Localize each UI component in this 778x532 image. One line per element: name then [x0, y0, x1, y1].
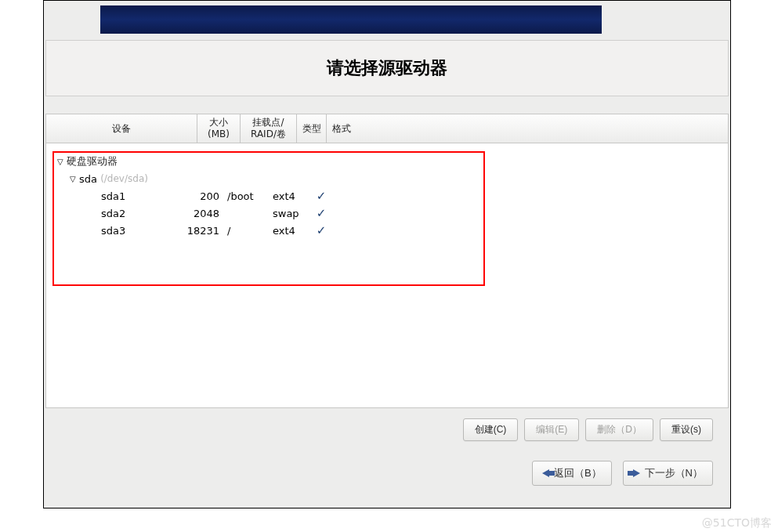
- tree-root-row[interactable]: ▽ 硬盘驱动器: [57, 153, 717, 170]
- arrow-right-icon: [633, 469, 640, 477]
- partition-type: ext4: [273, 190, 312, 202]
- checkmark-icon: ✓: [312, 206, 331, 220]
- table-row[interactable]: sda2 2048 swap ✓: [57, 204, 717, 222]
- triangle-down-icon[interactable]: ▽: [70, 175, 79, 183]
- next-label: 下一步（N）: [645, 466, 703, 480]
- partition-type: ext4: [273, 225, 312, 237]
- partition-size: 18231: [179, 225, 224, 237]
- col-type[interactable]: 类型: [297, 114, 327, 143]
- watermark: @51CTO博客: [702, 516, 772, 530]
- col-size[interactable]: 大小 (MB): [197, 114, 241, 143]
- col-mount[interactable]: 挂载点/ RAID/卷: [241, 114, 297, 143]
- edit-button: 编辑(E): [524, 418, 579, 441]
- back-button[interactable]: 返回（B）: [532, 461, 612, 486]
- drive-name: sda: [79, 173, 97, 185]
- partition-mount: /boot: [224, 190, 273, 202]
- page-title: 请选择源驱动器: [327, 56, 447, 80]
- header-banner: [100, 5, 602, 34]
- col-fmt[interactable]: 格式: [327, 114, 356, 143]
- tree-root-label: 硬盘驱动器: [67, 154, 118, 168]
- create-button[interactable]: 创建(C): [463, 418, 519, 441]
- table-header: 设备 大小 (MB) 挂载点/ RAID/卷 类型 格式: [45, 114, 729, 143]
- partition-name: sda1: [57, 190, 179, 202]
- partition-name: sda2: [57, 208, 179, 219]
- table-row[interactable]: sda3 18231 / ext4 ✓: [57, 222, 717, 239]
- checkmark-icon: ✓: [312, 189, 331, 203]
- next-button[interactable]: 下一步（N）: [623, 461, 713, 486]
- delete-button: 删除（D）: [585, 418, 653, 441]
- title-panel: 请选择源驱动器: [45, 40, 729, 96]
- installer-window: 请选择源驱动器 设备 大小 (MB) 挂载点/ RAID/卷 类型 格式 ▽ 硬…: [43, 0, 731, 508]
- back-label: 返回（B）: [554, 466, 602, 480]
- arrow-left-icon: [542, 469, 549, 477]
- partition-size: 200: [179, 190, 224, 202]
- partition-tree[interactable]: ▽ 硬盘驱动器 ▽ sda (/dev/sda) sda1 200 /boot …: [45, 143, 729, 408]
- drive-path: (/dev/sda): [100, 173, 148, 184]
- checkmark-icon: ✓: [312, 223, 331, 237]
- partition-mount: /: [224, 225, 273, 237]
- partition-name: sda3: [57, 225, 179, 237]
- nav-buttons: 返回（B） 下一步（N）: [45, 458, 729, 489]
- partition-type: swap: [273, 208, 312, 219]
- partition-size: 2048: [179, 208, 224, 219]
- table-row[interactable]: sda1 200 /boot ext4 ✓: [57, 187, 717, 204]
- tree-drive-row[interactable]: ▽ sda (/dev/sda): [70, 170, 717, 187]
- reset-button[interactable]: 重设(s): [660, 418, 713, 441]
- col-device[interactable]: 设备: [46, 114, 197, 143]
- action-buttons: 创建(C) 编辑(E) 删除（D） 重设(s): [45, 414, 729, 445]
- triangle-down-icon[interactable]: ▽: [57, 157, 67, 166]
